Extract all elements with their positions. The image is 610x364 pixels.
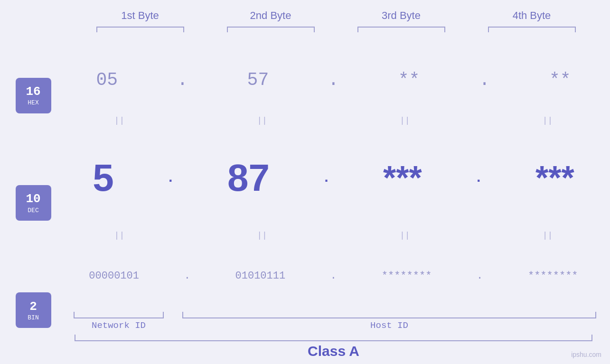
eq2-3: || <box>358 231 451 240</box>
hex-badge-number: 16 <box>26 84 40 99</box>
byte-header-2: 2nd Byte <box>218 9 323 22</box>
eq1-2: || <box>216 116 309 125</box>
hex-badge-label: HEX <box>28 99 38 106</box>
byte-header-4: 4th Byte <box>479 9 584 22</box>
bin-dot-2: . <box>330 270 337 282</box>
host-id-section: Host ID <box>178 312 601 331</box>
hex-dot-3: . <box>479 70 490 90</box>
bracket-2 <box>227 27 315 32</box>
bin-dot-1: . <box>184 270 190 282</box>
hex-byte-4: ** <box>549 70 571 90</box>
bin-dot-3: . <box>477 270 483 282</box>
class-label: Class A <box>308 343 359 359</box>
hex-byte-2: 57 <box>247 70 269 90</box>
dec-byte-4: *** <box>535 159 574 197</box>
bin-byte-2: 01010111 <box>235 270 286 282</box>
dec-byte-2: 87 <box>227 156 270 200</box>
badges-column: 16 HEX 10 DEC 2 BIN <box>0 42 66 364</box>
hex-badge: 16 HEX <box>16 78 51 113</box>
dec-badge-number: 10 <box>26 192 40 206</box>
bin-byte-1: 00000101 <box>89 270 139 282</box>
hex-byte-1: 05 <box>96 70 118 90</box>
byte-headers-row: 1st Byte 2nd Byte 3rd Byte 4th Byte <box>75 9 597 22</box>
bin-badge-number: 2 <box>29 299 37 314</box>
eq2-2: || <box>216 231 309 240</box>
eq2-4: || <box>501 231 594 240</box>
equals-row-2: || || || || <box>66 228 601 243</box>
host-id-label: Host ID <box>370 320 408 331</box>
bin-byte-3: ******** <box>382 270 432 282</box>
network-id-section: Network ID <box>69 312 169 331</box>
byte-header-3: 3rd Byte <box>349 9 453 22</box>
dec-dot-3: . <box>474 170 483 186</box>
bin-badge-label: BIN <box>28 314 38 321</box>
byte-header-1: 1st Byte <box>88 9 192 22</box>
network-bracket <box>74 312 164 318</box>
eq1-4: || <box>501 116 594 125</box>
bracket-3 <box>357 27 445 32</box>
class-bracket <box>75 335 592 341</box>
host-bracket <box>182 312 596 318</box>
dec-dot-1: . <box>166 170 175 186</box>
bin-values-row: 00000101 . 01010111 . ******** . *******… <box>66 243 601 309</box>
id-brackets-wrapper: Network ID Host ID <box>66 312 601 331</box>
watermark: ipshu.com <box>571 351 601 358</box>
dec-dot-2: . <box>322 170 330 186</box>
dec-badge-label: DEC <box>28 207 38 214</box>
eq1-3: || <box>358 116 451 125</box>
network-id-label: Network ID <box>92 320 146 331</box>
main-container: 1st Byte 2nd Byte 3rd Byte 4th Byte 16 H… <box>0 0 610 364</box>
class-section: Class A <box>66 335 601 359</box>
eq2-1: || <box>73 231 166 240</box>
dec-byte-1: 5 <box>93 156 114 200</box>
bin-byte-4: ******** <box>528 270 578 282</box>
dec-badge: 10 DEC <box>16 185 51 221</box>
bracket-4 <box>488 27 576 32</box>
equals-row-1: || || || || <box>66 113 601 128</box>
dec-values-row: 5 . 87 . *** . *** <box>66 128 601 228</box>
bin-badge: 2 BIN <box>16 292 51 328</box>
top-brackets <box>75 27 597 32</box>
hex-dot-2: . <box>328 70 339 90</box>
eq1-1: || <box>73 116 166 125</box>
dec-byte-3: *** <box>383 159 422 197</box>
bracket-1 <box>96 27 184 32</box>
hex-values-row: 05 . 57 . ** . ** <box>66 42 601 113</box>
hex-dot-1: . <box>177 70 188 90</box>
hex-byte-3: ** <box>398 70 420 90</box>
